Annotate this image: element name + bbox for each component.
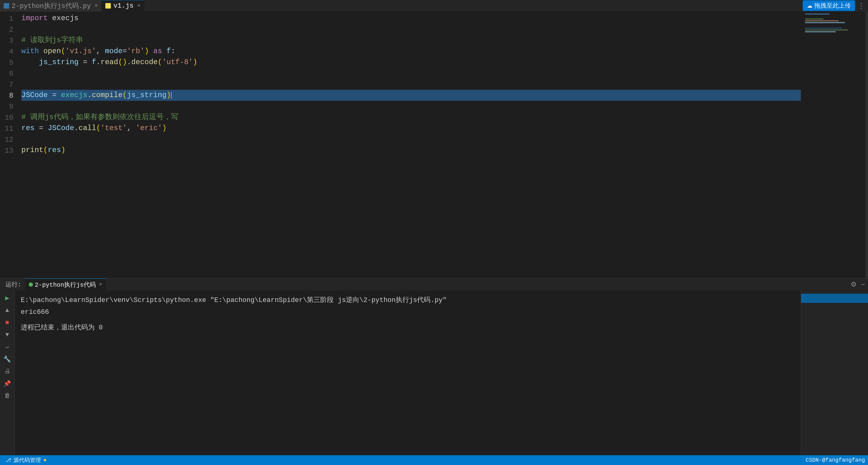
token: = bbox=[79, 57, 92, 68]
token: ( bbox=[122, 90, 127, 101]
token: ( bbox=[43, 145, 48, 156]
run-print-button[interactable]: 🖨 bbox=[2, 366, 12, 376]
scrollbar-track[interactable] bbox=[866, 11, 868, 278]
terminal-command: E:\pachong\LearnSpider\venv\Scripts\pyth… bbox=[21, 295, 795, 306]
token: f bbox=[92, 57, 96, 68]
token: mode bbox=[105, 46, 123, 57]
run-label: 运行: bbox=[3, 280, 24, 288]
code-content: 1 2 3 4 5 6 7 8 9 10 11 12 13 import exe… bbox=[0, 11, 801, 278]
token: . bbox=[96, 57, 100, 68]
panel-sidebar: ▶ ▲ ■ ▼ ↵ 🔧 🖨 📌 🗑 bbox=[0, 291, 14, 455]
run-pin-button[interactable]: 📌 bbox=[2, 379, 12, 389]
token: import bbox=[21, 13, 48, 24]
token: = bbox=[34, 123, 48, 134]
token: res bbox=[48, 145, 61, 156]
token: ) bbox=[166, 90, 171, 101]
code-line-1: import execjs bbox=[21, 13, 801, 24]
token: ( bbox=[96, 123, 100, 134]
line-num-4: 4 bbox=[0, 46, 13, 57]
panel-content: ▶ ▲ ■ ▼ ↵ 🔧 🖨 📌 🗑 E:\pachong\LearnSpider… bbox=[0, 291, 868, 455]
line-num-1: 1 bbox=[0, 13, 13, 24]
run-tool-button[interactable]: 🔧 bbox=[2, 354, 12, 364]
code-line-7 bbox=[21, 79, 801, 90]
settings-button[interactable]: ⚙ bbox=[850, 281, 857, 288]
line-numbers: 1 2 3 4 5 6 7 8 9 10 11 12 13 bbox=[0, 13, 18, 278]
code-line-11: res = JSCode . call ( 'test' , 'eric' ) bbox=[21, 123, 801, 134]
token: open bbox=[43, 46, 61, 57]
token: , bbox=[96, 46, 105, 57]
token: # 读取到js字符串 bbox=[21, 35, 83, 46]
more-options-button[interactable]: ⋮ bbox=[858, 2, 865, 10]
token: f bbox=[166, 46, 171, 57]
token: 'utf-8' bbox=[162, 57, 193, 68]
tab-js-close[interactable]: × bbox=[137, 3, 141, 9]
token: read bbox=[100, 57, 118, 68]
token bbox=[21, 57, 39, 68]
upload-label: 拖拽至此上传 bbox=[814, 2, 851, 10]
cursor bbox=[171, 92, 172, 99]
code-line-12 bbox=[21, 134, 801, 145]
panel-controls: ⚙ − bbox=[850, 281, 868, 288]
token: . bbox=[74, 123, 79, 134]
token: JSCode bbox=[21, 90, 48, 101]
token: 'test' bbox=[100, 123, 127, 134]
token: ) bbox=[61, 145, 65, 156]
line-num-9: 9 bbox=[0, 101, 13, 112]
code-line-4: with open ( 'v1.js' , mode = 'rb' ) as f… bbox=[21, 46, 801, 57]
python-file-icon bbox=[4, 3, 9, 8]
line-num-10: 10 bbox=[0, 112, 13, 123]
token: . bbox=[87, 90, 92, 101]
run-start-button[interactable]: ▶ bbox=[2, 293, 12, 303]
token: execjs bbox=[61, 90, 87, 101]
line-num-8: 8 bbox=[0, 90, 13, 101]
terminal-exit: 进程已结束，退出代码为 0 bbox=[21, 322, 795, 333]
js-file-icon bbox=[105, 3, 111, 8]
tab-python-close[interactable]: × bbox=[95, 3, 98, 9]
run-up-button[interactable]: ▲ bbox=[2, 305, 12, 315]
token: JSCode bbox=[48, 123, 74, 134]
upload-button[interactable]: ☁ 拖拽至此上传 bbox=[803, 0, 855, 11]
line-num-3: 3 bbox=[0, 35, 13, 46]
token: js_string bbox=[127, 90, 167, 101]
run-tab[interactable]: 2-python执行js代码 × bbox=[25, 278, 106, 291]
token: compile bbox=[92, 90, 122, 101]
code-line-13: print ( res ) bbox=[21, 145, 801, 156]
minimize-button[interactable]: − bbox=[861, 281, 865, 288]
token: = bbox=[48, 90, 61, 101]
tab-js[interactable]: v1.js × bbox=[102, 0, 145, 11]
line-num-2: 2 bbox=[0, 24, 13, 35]
token: ( bbox=[61, 46, 65, 57]
top-right-area: ☁ 拖拽至此上传 ⋮ bbox=[803, 0, 868, 11]
code-line-10: # 调用js代码，如果有参数则依次往后逗号，写 bbox=[21, 112, 801, 123]
status-bar: ⎇ 源代码管理 ● CSDN-@fangfangfang bbox=[0, 455, 868, 465]
code-line-5: js_string = f . read () . decode ( 'utf-… bbox=[21, 57, 801, 68]
token: : bbox=[171, 46, 175, 57]
token-as: as bbox=[153, 46, 162, 57]
code-line-2 bbox=[21, 24, 801, 35]
line-num-7: 7 bbox=[0, 80, 13, 90]
run-down-button[interactable]: ▼ bbox=[2, 330, 12, 340]
token bbox=[149, 46, 153, 57]
token: ) bbox=[193, 57, 197, 68]
run-trash-button[interactable]: 🗑 bbox=[2, 391, 12, 401]
bottom-panel: 运行: 2-python执行js代码 × ⚙ − ▶ ▲ ■ ▼ ↵ 🔧 🖨 📌… bbox=[0, 278, 868, 455]
status-scm-label: 源代码管理 bbox=[13, 457, 41, 464]
code-line-6 bbox=[21, 68, 801, 79]
run-tab-close[interactable]: × bbox=[99, 281, 102, 288]
code-line-8: JSCode = execjs . compile ( js_string ) bbox=[21, 90, 801, 101]
line-num-12: 12 bbox=[0, 134, 13, 145]
terminal-area[interactable]: E:\pachong\LearnSpider\venv\Scripts\pyth… bbox=[14, 291, 801, 455]
status-branch-icon: ⎇ bbox=[5, 457, 11, 463]
code-editor[interactable]: 1 2 3 4 5 6 7 8 9 10 11 12 13 import exe… bbox=[0, 11, 801, 278]
token: print bbox=[21, 145, 43, 156]
token: decode bbox=[131, 57, 158, 68]
run-wrap-button[interactable]: ↵ bbox=[2, 342, 12, 352]
status-dot: ● bbox=[43, 457, 47, 463]
panel-tab-bar: 运行: 2-python执行js代码 × ⚙ − bbox=[0, 278, 868, 291]
token: execjs bbox=[48, 13, 79, 24]
run-stop-button[interactable]: ■ bbox=[2, 317, 12, 327]
editor-area: 1 2 3 4 5 6 7 8 9 10 11 12 13 import exe… bbox=[0, 11, 868, 278]
line-num-6: 6 bbox=[0, 68, 13, 80]
line-num-5: 5 bbox=[0, 57, 13, 68]
tab-python[interactable]: 2-python执行js代码.py × bbox=[0, 0, 102, 11]
